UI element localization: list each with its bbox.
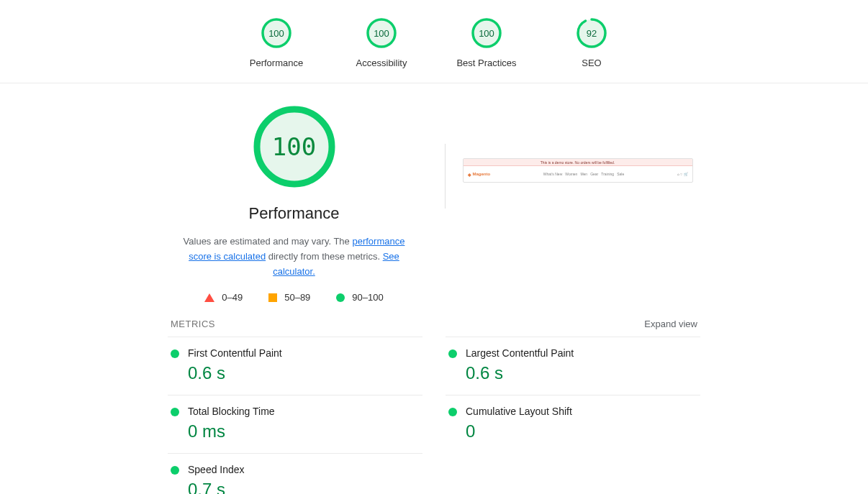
metric-name: Cumulative Layout Shift [466,406,697,417]
thumb-icons: ⌕ ♡ 🛒 [677,172,688,176]
gauge-accessibility[interactable]: 100 Accessibility [349,17,414,68]
metric-lcp[interactable]: Largest Contentful Paint 0.6 s [446,337,700,395]
metrics-header: METRICS Expand view [168,319,700,337]
legend-average: 50–89 [268,292,310,303]
thumb-nav: ◆ Magento What's New Women Men Gear Trai… [464,166,692,182]
legend-fail: 0–49 [204,292,243,303]
magento-logo-icon: ◆ Magento [468,172,491,177]
screenshot-thumbnail-area: This is a demo store. No orders will be … [463,104,707,303]
square-icon [268,293,277,302]
metric-name: First Contentful Paint [188,347,420,359]
metric-fcp[interactable]: First Contentful Paint 0.6 s [168,337,422,395]
status-pass-icon [448,408,457,416]
gauge-label: Best Practices [456,58,516,68]
thumb-menu-item: Training [601,172,614,176]
score-legend: 0–49 50–89 90–100 [204,292,383,303]
metric-si[interactable]: Speed Index 0.7 s [168,453,422,494]
gauge-label: Performance [250,58,303,68]
metrics-grid: First Contentful Paint 0.6 s Largest Con… [168,337,700,494]
gauge-score: 92 [576,17,607,49]
gauge-ring-icon: 100 [366,17,397,49]
metric-value: 0.6 s [466,363,697,383]
metric-name: Total Blocking Time [188,406,420,417]
disclaimer-text: Values are estimated and may vary. The p… [172,234,417,279]
metric-name: Largest Contentful Paint [466,347,697,359]
top-gauges-row: 100 Performance 100 Accessibility 100 Be… [0,0,868,83]
gauge-label: SEO [582,58,601,68]
triangle-icon [204,293,214,302]
gauge-best-practices[interactable]: 100 Best Practices [454,17,519,68]
legend-avg-label: 50–89 [284,292,310,303]
gauge-ring-icon: 100 [471,17,502,49]
big-gauge-icon: 100 [251,104,338,190]
circle-icon [336,293,345,302]
gauge-seo[interactable]: 92 SEO [559,17,624,68]
thumb-menu-item: Sale [617,172,624,176]
metrics-section: METRICS Expand view First Contentful Pai… [168,319,700,494]
legend-fail-label: 0–49 [222,292,243,303]
metric-value: 0 ms [188,421,420,442]
metric-value: 0.6 s [188,363,420,383]
status-pass-icon [171,408,179,416]
gauge-score: 100 [366,17,397,49]
status-pass-icon [448,349,457,358]
gauge-ring-icon: 100 [261,17,292,49]
gauge-score: 100 [261,17,292,49]
gauge-performance[interactable]: 100 Performance [244,17,309,68]
thumb-banner: This is a demo store. No orders will be … [464,159,692,166]
vertical-divider [445,144,446,209]
thumb-menu-item: What's New [543,172,563,176]
performance-summary: 100 Performance Values are estimated and… [161,104,428,303]
legend-pass: 90–100 [336,292,383,303]
metrics-heading: METRICS [171,319,215,329]
big-gauge-score: 100 [251,104,338,190]
thumb-logo-text: Magento [473,172,491,176]
legend-pass-label: 90–100 [352,292,383,303]
page-screenshot-thumbnail[interactable]: This is a demo store. No orders will be … [463,158,693,183]
gauge-score: 100 [471,17,502,49]
disclaimer-prefix: Values are estimated and may vary. The [184,236,353,247]
metric-name: Speed Index [188,464,420,475]
status-pass-icon [171,349,179,358]
thumb-menu: What's New Women Men Gear Training Sale [543,172,624,176]
performance-section: 100 Performance Values are estimated and… [0,83,868,303]
gauge-ring-icon: 92 [576,17,607,49]
thumb-menu-item: Gear [590,172,598,176]
thumb-menu-item: Men [580,172,587,176]
expand-view-toggle[interactable]: Expand view [644,319,697,329]
metric-value: 0.7 s [188,480,420,494]
gauge-label: Accessibility [356,58,407,68]
status-pass-icon [171,466,179,475]
disclaimer-mid: directly from these metrics. [266,251,383,262]
metric-tbt[interactable]: Total Blocking Time 0 ms [168,395,422,453]
metric-value: 0 [466,421,697,442]
thumb-menu-item: Women [565,172,577,176]
metric-cls[interactable]: Cumulative Layout Shift 0 [446,395,700,453]
section-title: Performance [249,204,340,223]
